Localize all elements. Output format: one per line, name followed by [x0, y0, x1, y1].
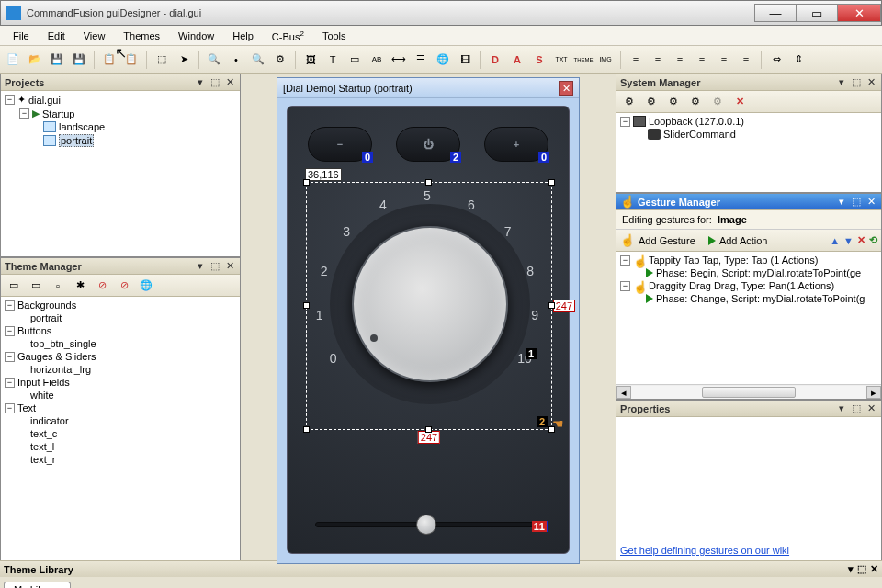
theme-library-tabs: My Library: [0, 577, 882, 588]
align-c-icon[interactable]: ≡: [649, 51, 667, 69]
canvas-close-icon[interactable]: ✕: [559, 81, 573, 96]
theme-tree[interactable]: −Backgroundsportrait−Buttonstop_btn_sing…: [1, 297, 240, 560]
zoom-out-icon[interactable]: 🔍: [205, 51, 223, 69]
gear-play-icon[interactable]: ⚙: [664, 93, 683, 111]
device-preview[interactable]: −0 ⏻2 +0 012345678910 36,116 247 247 1 2…: [287, 106, 570, 554]
input-icon[interactable]: AB: [368, 51, 386, 69]
play-icon: [708, 236, 716, 245]
align-l-icon[interactable]: ≡: [627, 51, 645, 69]
page-icon[interactable]: ▫: [49, 277, 67, 295]
hand-icon: ☝: [620, 233, 635, 247]
paste-icon[interactable]: 📋: [122, 51, 141, 69]
txt-icon[interactable]: TXT: [552, 51, 571, 69]
list-icon[interactable]: ☰: [412, 51, 430, 69]
selection-box[interactable]: 36,116 247 247 1 2 ☚: [306, 182, 552, 430]
slider-value: 11: [532, 521, 548, 532]
projects-tree[interactable]: −✦dial.gui −▶Startup landscape portrait: [1, 91, 240, 256]
properties-body: Get help defining gestures on our wiki: [616, 417, 881, 560]
open-icon[interactable]: 📂: [26, 51, 44, 69]
gesture-tree[interactable]: −☝Tappity Tap Tap, Type: Tap (1 Actions)…: [616, 252, 881, 384]
copy-icon[interactable]: 📋: [100, 51, 119, 69]
button-icon[interactable]: ▭: [345, 51, 364, 69]
projects-panel-header[interactable]: Projects ▾⬚✕: [1, 74, 240, 91]
bug-icon[interactable]: ✱: [71, 277, 89, 295]
delete-icon[interactable]: ⊘: [115, 277, 133, 295]
menu-view[interactable]: View: [74, 28, 115, 43]
img-icon[interactable]: IMG: [596, 51, 615, 69]
align-b-icon[interactable]: ≡: [737, 51, 755, 69]
tab-my-library[interactable]: My Library: [4, 582, 71, 588]
d-icon[interactable]: D: [486, 51, 504, 69]
expand-icon[interactable]: −: [5, 95, 15, 105]
gesture-manager-header[interactable]: ☝ Gesture Manager ▾⬚✕: [616, 194, 881, 210]
new-icon[interactable]: 📄: [4, 51, 22, 69]
down-icon[interactable]: ▼: [843, 235, 854, 246]
slider-thumb[interactable]: [416, 514, 436, 535]
no-icon[interactable]: ⊘: [93, 277, 111, 295]
projects-title: Projects: [5, 77, 44, 88]
slider-icon[interactable]: ⟷: [390, 51, 408, 69]
gear-dim-icon[interactable]: ⚙: [708, 93, 727, 111]
align-r-icon[interactable]: ≡: [671, 51, 689, 69]
zoom-dot-icon[interactable]: •: [227, 51, 245, 69]
align-m-icon[interactable]: ≡: [715, 51, 733, 69]
system-manager-toolbar: ⚙ ⚙ ⚙ ⚙ ⚙ ✕: [616, 91, 881, 113]
dist-v-icon[interactable]: ⇕: [789, 51, 808, 69]
hand-icon: ☝: [620, 195, 635, 209]
menu-cbus[interactable]: C-Bus2: [263, 28, 313, 44]
web-icon[interactable]: 🌐: [434, 51, 452, 69]
menu-window[interactable]: Window: [169, 28, 223, 43]
image-icon[interactable]: 🖼: [301, 51, 320, 69]
menu-edit[interactable]: Edit: [39, 28, 74, 43]
maximize-button[interactable]: ▭: [796, 4, 838, 22]
main-toolbar: 📄 📂 💾 💾 📋 📋 ⬚ ➤ 🔍 • 🔍 ⚙ 🖼 T ▭ AB ⟷ ☰ 🌐 🎞…: [0, 46, 882, 74]
menu-help[interactable]: Help: [223, 28, 263, 43]
expand-icon[interactable]: −: [19, 108, 29, 119]
pin-icon[interactable]: ⬚: [209, 76, 221, 88]
theme-icon[interactable]: THEME: [574, 51, 593, 69]
help-link[interactable]: Get help defining gestures on our wiki: [620, 545, 789, 556]
menu-file[interactable]: File: [4, 28, 39, 43]
zoom-in-icon[interactable]: 🔍: [249, 51, 267, 69]
save-icon[interactable]: 💾: [48, 51, 66, 69]
up-icon[interactable]: ▲: [830, 235, 840, 246]
menu-tools[interactable]: Tools: [313, 28, 356, 43]
menu-themes[interactable]: Themes: [114, 28, 169, 43]
s-icon[interactable]: S: [530, 51, 548, 69]
folders-icon[interactable]: ▭: [27, 277, 45, 295]
delete-icon[interactable]: ✕: [730, 93, 749, 111]
undo-icon[interactable]: ⟲: [869, 234, 877, 246]
system-tree[interactable]: −Loopback (127.0.0.1) SliderCommand: [616, 113, 881, 192]
play-icon: [646, 294, 653, 303]
scrollbar-h[interactable]: ◂▸: [616, 384, 881, 399]
pointer-icon[interactable]: ➤: [175, 51, 193, 69]
theme-manager-title: Theme Manager: [5, 261, 82, 272]
gear-star-icon[interactable]: ⚙: [686, 93, 705, 111]
align-t-icon[interactable]: ≡: [693, 51, 711, 69]
dropdown-icon[interactable]: ▾: [194, 76, 207, 88]
folder-icon[interactable]: ▭: [5, 277, 23, 295]
system-manager-header[interactable]: System Manager ▾⬚✕: [616, 74, 881, 91]
add-action-button[interactable]: Add Action: [719, 235, 768, 246]
a-icon[interactable]: A: [508, 51, 526, 69]
dist-h-icon[interactable]: ⇔: [767, 51, 786, 69]
video-icon[interactable]: 🎞: [456, 51, 474, 69]
zoom-opt-icon[interactable]: ⚙: [271, 51, 289, 69]
delete-icon[interactable]: ✕: [857, 234, 865, 246]
gear-add-icon[interactable]: ⚙: [642, 93, 661, 111]
theme-manager-toolbar: ▭ ▭ ▫ ✱ ⊘ ⊘ 🌐: [1, 275, 240, 297]
select-icon[interactable]: ⬚: [153, 51, 171, 69]
gear-icon[interactable]: ⚙: [620, 93, 639, 111]
globe-icon[interactable]: 🌐: [137, 277, 155, 295]
selection-height: 247: [553, 300, 575, 312]
minimize-button[interactable]: —: [754, 4, 797, 22]
properties-header[interactable]: Properties ▾⬚✕: [616, 401, 881, 417]
gesture-target-row: Editing gestures for: Image: [616, 210, 881, 230]
add-gesture-button[interactable]: Add Gesture: [639, 235, 695, 246]
close-icon[interactable]: ✕: [223, 76, 236, 88]
save-all-icon[interactable]: 💾: [70, 51, 88, 69]
theme-manager-header[interactable]: Theme Manager ▾⬚✕: [1, 258, 240, 275]
text-icon[interactable]: T: [323, 51, 342, 69]
menu-bar: File Edit View Themes Window Help C-Bus2…: [0, 26, 882, 46]
close-button[interactable]: ✕: [837, 4, 881, 22]
